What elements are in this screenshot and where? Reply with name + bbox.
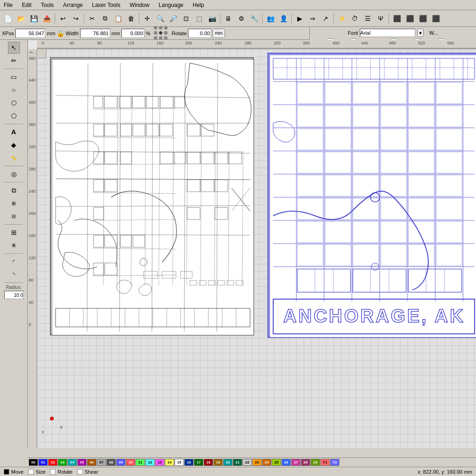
zoom-out-button[interactable]: 🔎 [167, 13, 179, 25]
cut-button[interactable]: ✂ [86, 13, 98, 25]
color-swatch-23[interactable]: 23 [252, 459, 262, 466]
color-swatch-24[interactable]: 24 [262, 459, 271, 466]
color-swatch-01[interactable]: 01 [38, 459, 48, 466]
arrow-button[interactable]: ↗ [319, 13, 332, 25]
arc-tool[interactable]: ◜ [8, 256, 20, 268]
select-region-button[interactable]: ⬚ [193, 13, 205, 25]
font-input[interactable] [360, 29, 415, 37]
color-swatch-28[interactable]: 28 [301, 459, 310, 466]
color-swatch-13[interactable]: 13 [155, 459, 164, 466]
color-swatch-12[interactable]: 12 [145, 459, 155, 466]
color-swatch-14[interactable]: 14 [165, 459, 174, 466]
trapezoid-tool[interactable]: ⬠ [8, 110, 20, 122]
bezier-tool[interactable]: ◝ [8, 269, 20, 281]
extra2-button[interactable]: ⬛ [404, 13, 416, 25]
save-button[interactable]: 💾 [28, 13, 40, 25]
color-swatch-05[interactable]: 05 [77, 459, 87, 466]
lock-icon[interactable]: 🔒 [57, 29, 64, 38]
anchor-dot-5[interactable] [159, 31, 163, 35]
tools-button[interactable]: 🔧 [248, 13, 260, 25]
users-button[interactable]: 👥 [264, 13, 276, 25]
layer-button[interactable]: ☰ [362, 13, 374, 25]
rotate-input[interactable] [188, 29, 211, 38]
pointer-tool[interactable]: ◆ [8, 139, 20, 151]
color-swatch-21[interactable]: 21 [233, 459, 242, 466]
anchor-dot-6[interactable] [164, 31, 168, 35]
delete-button[interactable]: 🗑 [125, 13, 137, 25]
color-swatch-04[interactable]: 04 [68, 459, 77, 466]
open-button[interactable]: 📂 [15, 13, 27, 25]
clock-button[interactable]: ⏱ [349, 13, 361, 25]
map-document-2[interactable]: ANCHORAGE, AK [268, 53, 476, 338]
align-tool[interactable]: ⊟ [8, 210, 20, 222]
color-swatch-06[interactable]: 06 [87, 459, 96, 466]
menu-window[interactable]: Window [128, 1, 151, 9]
color-swatch-17[interactable]: 17 [194, 459, 203, 466]
menu-help[interactable]: Help [191, 1, 206, 9]
screen-button[interactable]: 🖥 [222, 13, 234, 25]
color-swatch-00[interactable]: 00 [29, 459, 38, 466]
color-swatch-19[interactable]: 19 [213, 459, 223, 466]
canvas-content[interactable]: y x [37, 49, 476, 448]
color-swatch-27[interactable]: 27 [291, 459, 301, 466]
text-tool[interactable]: A [8, 126, 20, 138]
map-document-1[interactable] [50, 57, 254, 335]
color-swatch-16[interactable]: 16 [184, 459, 194, 466]
ungroup-tool[interactable]: ⊞ [8, 197, 20, 209]
anchor-dot-9[interactable] [164, 36, 168, 40]
color-swatch-02[interactable]: 02 [48, 459, 57, 466]
rotate-unit-btn[interactable]: mm [213, 29, 225, 38]
pencil-tool[interactable]: ✏ [8, 55, 20, 67]
new-button[interactable]: 📄 [2, 13, 14, 25]
zoom-fit-button[interactable]: ⊡ [180, 13, 192, 25]
extra3-button[interactable]: ⬛ [417, 13, 429, 25]
anchor-dot-7[interactable] [154, 36, 157, 40]
user-button[interactable]: 👤 [277, 13, 289, 25]
color-swatch-26[interactable]: 26 [282, 459, 291, 466]
move2-button[interactable]: ⇒ [307, 13, 319, 25]
redo-button[interactable]: ↪ [70, 13, 82, 25]
color-swatch-11[interactable]: 11 [136, 459, 145, 466]
group-tool[interactable]: ⧉ [8, 184, 20, 196]
anchor-dot-1[interactable] [154, 26, 157, 30]
grid-tool[interactable]: ⊞ [8, 226, 20, 238]
anchor-dot-4[interactable] [154, 31, 157, 35]
type-button[interactable]: Ψ [375, 13, 387, 25]
ellipse-tool[interactable]: ○ [8, 84, 20, 96]
radius-input[interactable] [4, 291, 24, 299]
color-swatch-18[interactable]: 18 [204, 459, 213, 466]
menu-laser-tools[interactable]: Laser Tools [90, 1, 122, 9]
zoom-in-button[interactable]: 🔍 [154, 13, 166, 25]
circle-tool[interactable]: ◎ [8, 168, 20, 180]
anchor-dot-2[interactable] [159, 26, 163, 30]
color-swatch-07[interactable]: 07 [97, 459, 106, 466]
rectangle-tool[interactable]: ▭ [8, 71, 20, 83]
menu-file[interactable]: File [2, 1, 14, 9]
anchor-dot-8[interactable] [159, 36, 163, 40]
power-button[interactable]: ⚡ [336, 13, 348, 25]
export-button[interactable]: 📤 [41, 13, 53, 25]
color-swatch-10[interactable]: 10 [126, 459, 135, 466]
extra4-button[interactable]: ⬛ [430, 13, 442, 25]
menu-language[interactable]: Language [157, 1, 185, 9]
measure-tool[interactable]: 📏 [8, 152, 20, 164]
color-swatch-20[interactable]: 20 [223, 459, 232, 466]
copy-button[interactable]: ⧉ [99, 13, 111, 25]
menu-edit[interactable]: Edit [20, 1, 33, 9]
play-button[interactable]: ▶ [294, 13, 306, 25]
color-swatch-T1[interactable]: T1 [320, 459, 330, 466]
anchor-dot-3[interactable] [164, 26, 168, 30]
color-swatch-T2[interactable]: T2 [330, 459, 339, 466]
extra-button[interactable]: ⬛ [391, 13, 403, 25]
skew-h-input[interactable] [121, 29, 144, 38]
color-swatch-03[interactable]: 03 [58, 459, 67, 466]
menu-tools[interactable]: Tools [39, 1, 56, 9]
xpos-input[interactable] [15, 29, 45, 38]
settings-button[interactable]: ⚙ [235, 13, 247, 25]
color-swatch-08[interactable]: 08 [106, 459, 116, 466]
font-dropdown-btn[interactable]: ▼ [417, 29, 424, 37]
menu-arrange[interactable]: Arrange [61, 1, 85, 9]
color-swatch-22[interactable]: 22 [243, 459, 252, 466]
paste-button[interactable]: 📋 [112, 13, 124, 25]
color-swatch-15[interactable]: 15 [175, 459, 184, 466]
